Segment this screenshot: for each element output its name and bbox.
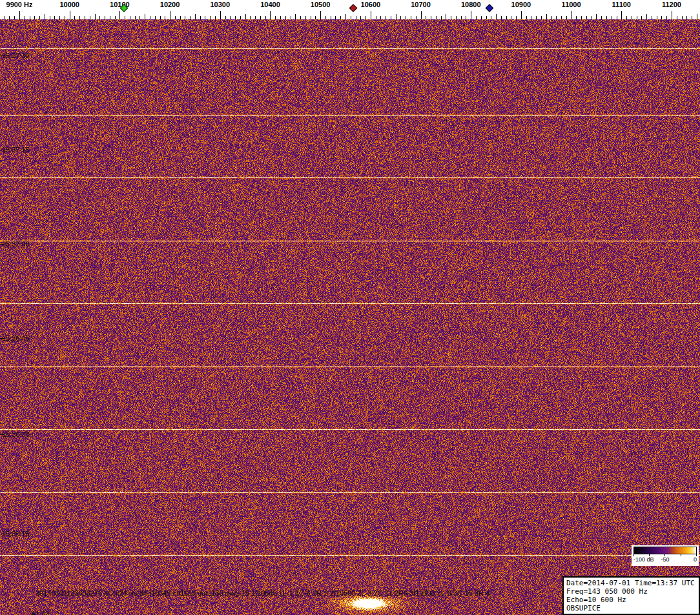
ruler-tick (581, 16, 582, 19)
ruler-tick (240, 16, 241, 19)
ruler-tick (335, 16, 336, 19)
ruler-tick (291, 16, 291, 19)
ruler-tick (491, 16, 491, 19)
ruler-tick (531, 16, 531, 19)
ruler-tick (546, 14, 547, 19)
ruler-tick (105, 16, 105, 19)
observation-info-box: Date=2014-07-01 Time=13:37 UTC Freq=143 … (562, 576, 700, 615)
ruler-tick (119, 11, 120, 19)
ruler-tick (150, 16, 150, 19)
ruler-tick (139, 16, 140, 19)
time-axis-label: 15:36:15 (2, 530, 30, 538)
ruler-tick (456, 16, 457, 19)
ruler-tick (210, 16, 211, 19)
ruler-tick (230, 16, 231, 19)
ruler-tick (566, 16, 567, 19)
ruler-tick (195, 14, 196, 19)
ruler-tick (225, 16, 226, 19)
ruler-tick (95, 14, 96, 19)
ruler-tick (19, 11, 20, 19)
ruler-tick (380, 16, 381, 19)
ruler-tick (516, 16, 517, 19)
ruler-tick (99, 16, 100, 19)
ruler-tick (672, 11, 672, 19)
ruler-tick (45, 14, 45, 19)
ruler-tick (70, 11, 70, 19)
ruler-tick (331, 16, 331, 19)
time-axis-label: 15:36:45 (2, 334, 30, 342)
ruler-tick (657, 16, 657, 19)
ruler-tick (250, 16, 251, 19)
info-echo-frequency: Echo=10 600 Hz (566, 596, 696, 604)
ruler-tick (652, 16, 652, 19)
ruler-tick (621, 11, 622, 19)
ruler-tick (592, 16, 592, 19)
ruler-tick (612, 16, 612, 19)
ruler-tick (526, 16, 527, 19)
ruler-frequency-label: 11000 (562, 1, 581, 8)
ruler-tick (351, 16, 351, 19)
spectrogram-canvas[interactable] (0, 19, 700, 615)
ruler-tick (315, 16, 316, 19)
ruler-tick (205, 16, 205, 19)
color-scale-gradient (633, 547, 697, 554)
ruler-tick (65, 16, 65, 19)
ruler-tick (471, 11, 471, 19)
ruler-tick (451, 16, 451, 19)
color-scale-max-label: 0 (694, 556, 697, 563)
ruler-tick (190, 16, 190, 19)
ruler-tick (521, 11, 522, 19)
ruler-tick (160, 16, 161, 19)
ruler-frequency-label: 10000 (59, 1, 79, 8)
ruler-tick (411, 16, 411, 19)
ruler-tick (280, 16, 281, 19)
ruler-tick (270, 11, 271, 19)
spectrogram-app: 9900 Hz100001010010200103001040010500106… (0, 0, 700, 615)
ruler-tick (506, 16, 507, 19)
ruler-tick (446, 14, 446, 19)
ruler-tick (571, 11, 572, 19)
ruler-tick (396, 14, 396, 19)
ruler-tick (400, 16, 401, 19)
ruler-tick (305, 16, 306, 19)
ruler-tick (496, 14, 497, 19)
ruler-tick (586, 16, 587, 19)
ruler-tick (220, 11, 221, 19)
ruler-tick (155, 16, 156, 19)
ruler-tick (386, 16, 386, 19)
ruler-frequency-label: 10400 (260, 1, 280, 8)
ruler-tick (551, 16, 552, 19)
ruler-tick (145, 14, 145, 19)
ruler-tick (345, 14, 346, 19)
ruler-tick (511, 16, 511, 19)
ruler-tick (561, 16, 562, 19)
ruler-tick (576, 16, 577, 19)
ruler-tick (697, 14, 697, 19)
ruler-tick (501, 16, 502, 19)
time-axis-label: 15:37:15 (2, 146, 30, 154)
ruler-tick (85, 16, 85, 19)
frequency-marker-blue[interactable] (486, 4, 494, 12)
ruler-tick (135, 16, 136, 19)
ruler-frequency-label: 10600 (361, 1, 381, 8)
ruler-tick (677, 16, 677, 19)
ruler-tick (371, 11, 371, 19)
ruler-tick (285, 16, 286, 19)
ruler-frequency-label: 10200 (160, 1, 180, 8)
ruler-tick (175, 16, 176, 19)
info-station-name: OBSUPICE (566, 604, 696, 612)
ruler-tick (130, 16, 130, 19)
ruler-tick (59, 16, 60, 19)
info-frequency: Freq=143 050 000 Hz (566, 587, 696, 596)
frequency-marker-red[interactable] (349, 4, 357, 12)
ruler-tick (39, 16, 40, 19)
ruler-tick (376, 16, 376, 19)
ruler-tick (360, 16, 361, 19)
color-scale-labels: -100 dB -50 0 (633, 556, 697, 563)
ruler-tick (682, 16, 683, 19)
ruler-frequency-label: 10900 (511, 1, 531, 8)
ruler-frequency-label: 10700 (411, 1, 431, 8)
frequency-ruler: 9900 Hz100001010010200103001040010500106… (0, 0, 700, 19)
ruler-tick (90, 16, 90, 19)
ruler-tick (255, 16, 256, 19)
